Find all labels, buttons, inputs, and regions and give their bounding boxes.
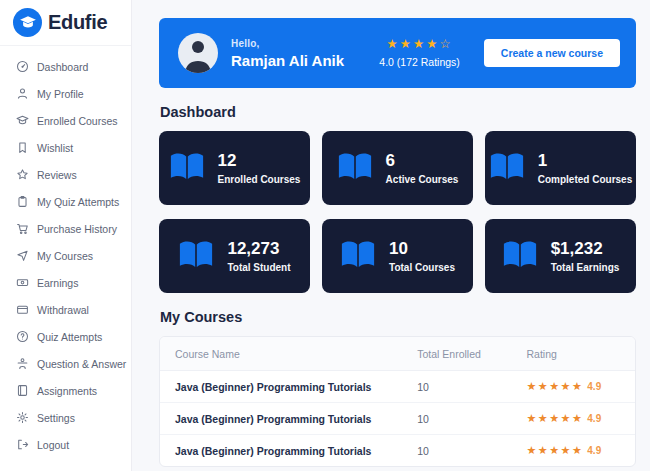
- course-name-cell[interactable]: Java (Beginner) Programming Tutorials: [160, 435, 402, 467]
- stat-card-text: 1Completed Courses: [538, 152, 632, 185]
- table-header-row: Course Name Total Enrolled Rating: [160, 337, 635, 371]
- sidebar-item-earnings[interactable]: Earnings: [8, 269, 123, 296]
- user-icon: [16, 87, 29, 100]
- sidebar-item-label: Assignments: [37, 385, 97, 397]
- stat-label: Active Courses: [386, 174, 459, 185]
- sidebar-item-label: My Quiz Attempts: [37, 196, 119, 208]
- stat-card-text: 12Enrolled Courses: [218, 152, 301, 185]
- course-name-cell[interactable]: Java (Beginner) Programming Tutorials: [160, 403, 402, 435]
- greeting-label: Hello,: [231, 38, 344, 49]
- dashboard-icon: [16, 60, 29, 73]
- sidebar-item-settings[interactable]: Settings: [8, 404, 123, 431]
- sidebar-item-label: Enrolled Courses: [37, 115, 118, 127]
- sidebar-item-enrolled-courses[interactable]: Enrolled Courses: [8, 107, 123, 134]
- stat-label: Total Earnings: [551, 262, 620, 273]
- stat-value: 1: [538, 152, 632, 169]
- sidebar-item-label: Question & Answer: [37, 358, 126, 370]
- stat-card-total-courses: 10Total Courses: [322, 219, 473, 293]
- sidebar-item-my-profile[interactable]: My Profile: [8, 80, 123, 107]
- stat-value: $1,232: [551, 240, 620, 257]
- sidebar-item-quiz-attempts[interactable]: Quiz Attempts: [8, 323, 123, 350]
- rating-stars-icon: ★★★★★: [527, 444, 584, 457]
- rating-cell: ★★★★★4.9: [512, 371, 636, 403]
- table-row: Java (Beginner) Programming Tutorials10★…: [160, 435, 635, 467]
- rating-value: 4.9: [587, 445, 601, 456]
- sidebar-item-dashboard[interactable]: Dashboard: [8, 53, 123, 80]
- sidebar-item-label: My Courses: [37, 250, 93, 262]
- stat-card-completed-courses: 1Completed Courses: [485, 131, 636, 205]
- total-enrolled-cell: 10: [402, 403, 511, 435]
- stat-card-total-earnings: $1,232Total Earnings: [485, 219, 636, 293]
- star-icon: [16, 168, 29, 181]
- sidebar-menu: DashboardMy ProfileEnrolled CoursesWishl…: [0, 53, 131, 458]
- sidebar-item-withdrawal[interactable]: Withdrawal: [8, 296, 123, 323]
- edufie-logo-icon: [13, 8, 42, 37]
- open-book-icon: [502, 240, 538, 273]
- sidebar: Edufie DashboardMy ProfileEnrolled Cours…: [0, 0, 132, 471]
- gear-icon: [16, 411, 29, 424]
- my-courses-section-title: My Courses: [160, 309, 636, 325]
- avatar: [178, 33, 218, 73]
- stat-value: 12: [218, 152, 301, 169]
- instructor-rating: ★★★★☆ 4.0 (172 Ratings): [379, 38, 460, 68]
- stat-card-total-student: 12,273Total Student: [159, 219, 310, 293]
- table-row: Java (Beginner) Programming Tutorials10★…: [160, 371, 635, 403]
- column-course-name: Course Name: [160, 337, 402, 371]
- course-name-cell[interactable]: Java (Beginner) Programming Tutorials: [160, 371, 402, 403]
- banner-text: Hello, Ramjan Ali Anik: [231, 38, 344, 69]
- stat-label: Enrolled Courses: [218, 174, 301, 185]
- sidebar-item-my-quiz-attempts[interactable]: My Quiz Attempts: [8, 188, 123, 215]
- column-total-enrolled: Total Enrolled: [402, 337, 511, 371]
- sidebar-item-label: Purchase History: [37, 223, 117, 235]
- sidebar-item-label: Withdrawal: [37, 304, 89, 316]
- create-course-button[interactable]: Create a new course: [484, 39, 620, 67]
- stat-card-enrolled-courses: 12Enrolled Courses: [159, 131, 310, 205]
- sidebar-item-wishlist[interactable]: Wishlist: [8, 134, 123, 161]
- courses-table: Course Name Total Enrolled Rating Java (…: [159, 336, 636, 467]
- stat-cards-grid: 12Enrolled Courses6Active Courses1Comple…: [159, 131, 636, 293]
- stat-card-text: 6Active Courses: [386, 152, 459, 185]
- sidebar-item-question-answer[interactable]: Question & Answer: [8, 350, 123, 377]
- paper-plane-icon: [16, 249, 29, 262]
- stat-value: 12,273: [227, 240, 290, 257]
- sidebar-item-my-courses[interactable]: My Courses: [8, 242, 123, 269]
- stat-card-text: 10Total Courses: [389, 240, 455, 273]
- open-book-icon: [337, 152, 373, 185]
- sidebar-item-label: Quiz Attempts: [37, 331, 102, 343]
- logo: Edufie: [0, 0, 131, 46]
- graduation-cap-icon: [16, 114, 29, 127]
- sidebar-item-label: My Profile: [37, 88, 84, 100]
- open-book-icon: [178, 240, 214, 273]
- rating-value: 4.9: [587, 381, 601, 392]
- rating-stars-icon: ★★★★★: [527, 412, 584, 425]
- stat-label: Total Student: [227, 262, 290, 273]
- rating-cell: ★★★★★4.9: [512, 403, 636, 435]
- help-circle-icon: [16, 330, 29, 343]
- cart-icon: [16, 222, 29, 235]
- sidebar-item-label: Settings: [37, 412, 75, 424]
- open-book-icon: [169, 152, 205, 185]
- total-enrolled-cell: 10: [402, 435, 511, 467]
- sidebar-item-logout[interactable]: Logout: [8, 431, 123, 458]
- app-title: Edufie: [48, 11, 107, 34]
- main-content: Hello, Ramjan Ali Anik ★★★★☆ 4.0 (172 Ra…: [132, 0, 650, 467]
- stat-card-text: 12,273Total Student: [227, 240, 290, 273]
- rating-text: 4.0 (172 Ratings): [379, 56, 460, 68]
- sidebar-item-purchase-history[interactable]: Purchase History: [8, 215, 123, 242]
- sidebar-item-reviews[interactable]: Reviews: [8, 161, 123, 188]
- total-enrolled-cell: 10: [402, 371, 511, 403]
- question-answer-icon: [16, 357, 29, 370]
- rating-cell: ★★★★★4.9: [512, 435, 636, 467]
- sidebar-item-assignments[interactable]: Assignments: [8, 377, 123, 404]
- sidebar-item-label: Dashboard: [37, 61, 88, 73]
- column-rating: Rating: [512, 337, 636, 371]
- banner-right: ★★★★☆ 4.0 (172 Ratings) Create a new cou…: [379, 38, 620, 68]
- dashboard-section-title: Dashboard: [160, 104, 636, 120]
- rating-stars-icon: ★★★★☆: [379, 38, 460, 51]
- table-row: Java (Beginner) Programming Tutorials10★…: [160, 403, 635, 435]
- sidebar-item-label: Wishlist: [37, 142, 73, 154]
- stat-value: 6: [386, 152, 459, 169]
- stat-label: Total Courses: [389, 262, 455, 273]
- stat-value: 10: [389, 240, 455, 257]
- sidebar-item-label: Earnings: [37, 277, 78, 289]
